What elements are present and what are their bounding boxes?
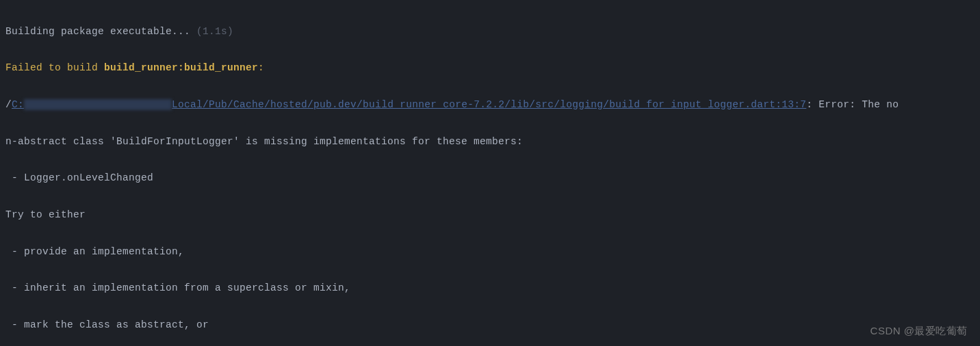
file-path-link-1[interactable]: Local/Pub/Cache/hosted/pub.dev/build_run… (172, 99, 806, 110)
failed-target: build_runner:build_runner (104, 62, 258, 73)
failed-build-line: Failed to build build_runner:build_runne… (5, 59, 975, 77)
path-slash: / (5, 99, 12, 110)
failed-prefix: Failed to build (5, 62, 104, 73)
suggestion-3: - mark the class as abstract, or (5, 316, 975, 334)
build-time: (1.1s) (196, 26, 233, 37)
terminal-output: Building package executable... (1.1s) Fa… (5, 4, 975, 346)
build-text: Building package executable... (5, 26, 196, 37)
suggestion-1: - provide an implementation, (5, 243, 975, 261)
failed-colon: : (258, 62, 264, 73)
error-text-1: : Error: The no (806, 99, 899, 110)
try-either-line: Try to either (5, 206, 975, 224)
build-status-line: Building package executable... (1.1s) (5, 23, 975, 41)
missing-member-line: - Logger.onLevelChanged (5, 169, 975, 187)
error-message-line: n-abstract class 'BuildForInputLogger' i… (5, 133, 975, 151)
suggestion-2: - inherit an implementation from a super… (5, 279, 975, 297)
error-path-line-1: /C:████████████████████████Local/Pub/Cac… (5, 96, 975, 114)
redacted-path-1: ████████████████████████ (24, 99, 172, 110)
watermark: CSDN @最爱吃葡萄 (871, 321, 968, 341)
path-drive[interactable]: C: (12, 99, 24, 110)
